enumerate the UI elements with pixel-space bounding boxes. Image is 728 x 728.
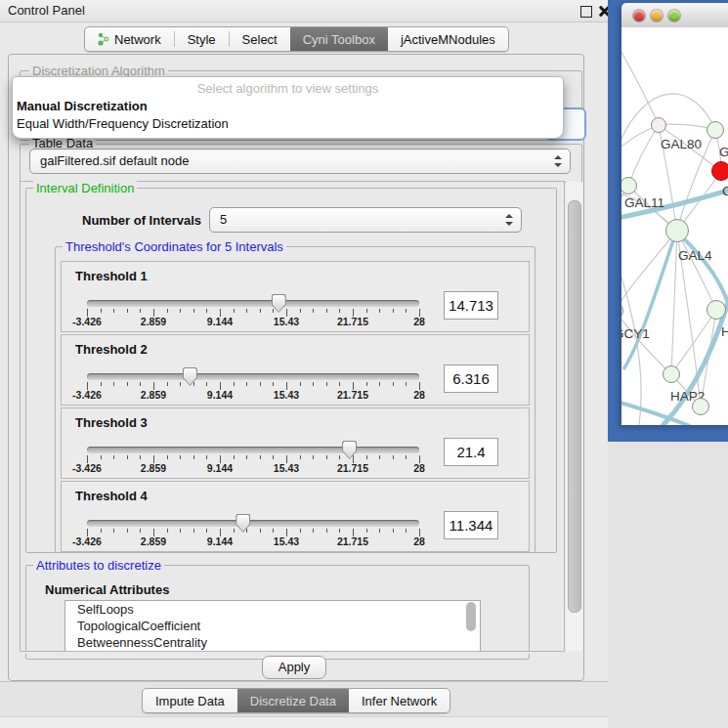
threshold-row: Threshold 4 11.344 -3.4262.8599.14415.43… <box>61 481 530 552</box>
tab-network[interactable]: Network <box>85 27 174 51</box>
tick-label: 9.144 <box>191 462 249 474</box>
zoom-traffic-light[interactable] <box>668 10 680 21</box>
table-data-combobox[interactable]: galFiltered.sif default node <box>29 149 571 174</box>
tick-label: 15.43 <box>257 535 316 547</box>
tick-mark <box>313 382 314 386</box>
tick-label: 21.715 <box>323 389 382 401</box>
apply-button[interactable]: Apply <box>262 656 326 679</box>
threshold-slider-track[interactable] <box>87 373 419 380</box>
attribute-item[interactable]: SelfLoops <box>65 601 480 618</box>
tick-mark <box>313 455 314 459</box>
attribute-item[interactable]: TopologicalCoefficient <box>65 618 480 634</box>
tab-jactivemnodules[interactable]: jActiveMNodules <box>388 27 508 51</box>
threshold-label: Threshold 1 <box>75 269 148 283</box>
threshold-slider-track[interactable] <box>87 300 419 307</box>
network-node-label: H <box>721 324 728 339</box>
algorithm-dropdown-popup: Select algorithm to view settings Manual… <box>12 76 564 139</box>
tick-mark <box>339 309 340 313</box>
network-node-label: C <box>722 184 728 198</box>
tick-mark <box>167 382 168 386</box>
tick-label: 9.144 <box>191 389 249 401</box>
network-node-label: GAL11 <box>624 195 664 210</box>
tick-mark <box>366 382 367 386</box>
tick-mark <box>313 529 314 533</box>
tick-mark <box>140 309 141 313</box>
close-traffic-light[interactable] <box>633 10 645 21</box>
tick-mark <box>246 382 247 386</box>
network-node[interactable] <box>692 398 709 415</box>
tick-mark <box>113 529 114 533</box>
dropdown-option-manual[interactable]: Manual Discretization <box>17 99 148 113</box>
tab-infer-network[interactable]: Infer Network <box>349 689 450 712</box>
tick-mark <box>246 455 247 459</box>
network-node-hap2[interactable] <box>663 365 680 383</box>
network-node-gal80[interactable] <box>651 117 666 133</box>
tick-mark <box>193 309 194 313</box>
combo-spinner-icon <box>554 155 561 167</box>
network-node-gal4[interactable] <box>665 219 689 242</box>
threshold-value-field[interactable]: 6.316 <box>444 364 498 393</box>
tab-discretize-data[interactable]: Discretize Data <box>237 689 349 712</box>
tick-mark <box>206 382 207 386</box>
status-strip <box>0 716 608 728</box>
tab-cyni-toolbox[interactable]: Cyni Toolbox <box>290 27 388 51</box>
threshold-slider-track[interactable] <box>87 447 419 453</box>
tab-style[interactable]: Style <box>175 27 229 51</box>
tick-mark <box>180 455 181 459</box>
control-panel-titlebar: Control Panel <box>0 0 608 22</box>
tick-label: 28 <box>390 389 449 401</box>
attributes-list-scrollbar[interactable] <box>466 602 476 631</box>
threshold-slider-track[interactable] <box>87 520 419 527</box>
minimize-traffic-light[interactable] <box>651 10 663 21</box>
threshold-value-field[interactable]: 21.4 <box>444 438 498 466</box>
threshold-value-field[interactable]: 14.713 <box>444 291 498 320</box>
tick-mark <box>193 455 194 459</box>
tick-label: 21.715 <box>323 535 382 547</box>
float-window-icon[interactable] <box>580 6 592 18</box>
tick-mark <box>379 309 380 313</box>
tick-mark <box>180 529 181 533</box>
tick-mark <box>366 455 367 459</box>
network-view-window: GAL80GACGAL11GAL4GCY1HHAP2 <box>621 3 728 425</box>
tab-impute-data[interactable]: Impute Data <box>143 689 237 712</box>
tick-mark <box>140 455 141 459</box>
threshold-row: Threshold 1 14.713 -3.4262.8599.14415.43… <box>61 261 530 332</box>
number-of-intervals-combobox[interactable]: 5 <box>209 207 522 233</box>
network-node-h[interactable] <box>707 300 726 320</box>
network-node-ga[interactable] <box>707 121 724 139</box>
tick-mark <box>300 455 301 459</box>
tick-mark <box>246 309 247 313</box>
tick-mark <box>379 529 380 533</box>
threshold-label: Threshold 4 <box>75 489 148 503</box>
main-scrollbar-thumb[interactable] <box>568 200 581 613</box>
tick-mark <box>406 382 407 386</box>
tick-mark <box>273 382 274 386</box>
network-canvas[interactable]: GAL80GACGAL11GAL4GCY1HHAP2 <box>621 27 728 425</box>
network-node-label: GAL80 <box>661 137 702 151</box>
thresholds-group-title: Threshold's Coordinates for 5 Intervals <box>63 239 286 254</box>
control-panel-tabs: NetworkStyleSelectCyni ToolboxjActiveMNo… <box>84 26 509 52</box>
tick-label: -3.426 <box>58 389 116 401</box>
interval-definition-title: Interval Definition <box>33 181 137 195</box>
tick-mark <box>300 382 301 386</box>
tab-select[interactable]: Select <box>230 27 290 51</box>
threshold-value-field[interactable]: 11.344 <box>444 511 498 539</box>
dropdown-option-equal-width[interactable]: Equal Width/Frequency Discretization <box>17 116 229 131</box>
network-node-label: GA <box>719 145 728 159</box>
tick-mark <box>273 455 274 459</box>
tick-label: 9.144 <box>191 316 249 327</box>
numerical-attributes-label: Numerical Attributes <box>45 582 169 597</box>
network-node-c[interactable] <box>711 161 728 181</box>
numerical-attributes-list[interactable]: SelfLoopsTopologicalCoefficientBetweenne… <box>64 600 481 654</box>
tick-label: 2.859 <box>124 462 183 474</box>
attribute-item[interactable]: BetweennessCentrality <box>65 634 480 651</box>
tick-mark <box>113 455 114 459</box>
tick-mark <box>234 309 235 313</box>
tick-mark <box>406 529 407 533</box>
tick-mark <box>339 382 340 386</box>
network-window-titlebar[interactable] <box>621 3 728 28</box>
network-node-label: GCY1 <box>621 326 650 341</box>
tick-mark <box>246 529 247 533</box>
tick-label: 2.859 <box>124 389 183 401</box>
tick-mark <box>379 455 380 459</box>
